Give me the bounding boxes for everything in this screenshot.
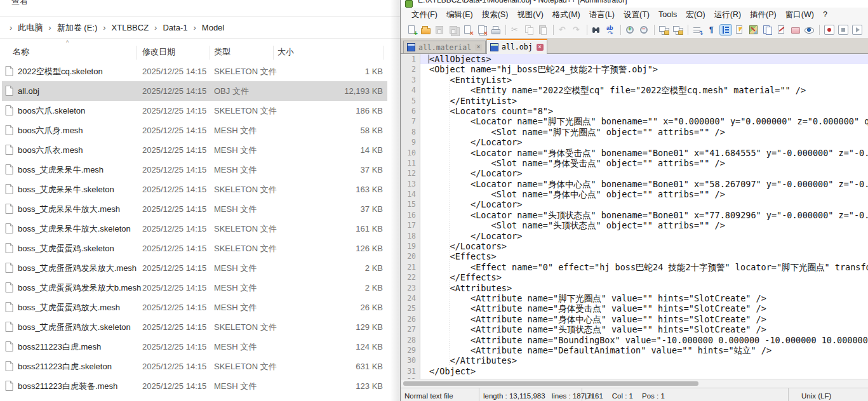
menu-item[interactable]: 视图(V) bbox=[512, 10, 548, 20]
sort-ascending-icon[interactable]: ^ bbox=[66, 39, 69, 46]
code-line[interactable]: 17 <Slot name="头顶状态点" object="" attribs=… bbox=[401, 220, 868, 230]
code-line[interactable]: 19 </Locators> bbox=[401, 241, 868, 251]
code-text[interactable]: <Slot name="脚下光圈点" object="" attribs="" … bbox=[420, 127, 868, 137]
code-text[interactable]: <Locator name="脚下光圈点" bonename="" x="0.0… bbox=[420, 116, 868, 126]
code-line[interactable]: 31 </Object> bbox=[401, 366, 868, 376]
menu-item[interactable]: 设置(T) bbox=[619, 10, 654, 20]
code-line[interactable]: 28 <Attribute name="BoundingBox" value="… bbox=[401, 335, 868, 345]
code-line[interactable]: 23 <Attributes> bbox=[401, 283, 868, 293]
code-line[interactable]: 29 <Attribute name="DefaultAnimation" va… bbox=[401, 345, 868, 355]
code-text[interactable]: <Attribute name="BoundingBox" value="-10… bbox=[420, 335, 868, 345]
code-text[interactable]: <Attribute name="头顶状态点" value="" hints="… bbox=[420, 324, 868, 334]
find-icon[interactable] bbox=[591, 25, 603, 35]
code-line[interactable]: 13 <Locator name="身体中心点" bonename="Bone0… bbox=[401, 179, 868, 189]
editor-tab[interactable]: all.obj × bbox=[486, 39, 547, 54]
code-text[interactable]: <Attribute name="身体受击点" value="" hints="… bbox=[420, 303, 868, 313]
column-header-size[interactable]: 大小 bbox=[277, 46, 294, 58]
column-header-type[interactable]: 类型 bbox=[214, 46, 230, 58]
file-monitoring-icon[interactable] bbox=[804, 25, 815, 35]
document-list-icon[interactable] bbox=[762, 25, 773, 35]
code-text[interactable]: <Attribute name="DefaultAnimation" value… bbox=[420, 345, 868, 355]
file-row[interactable]: boss211223白虎.mesh 2025/12/25 14:15 MESH … bbox=[2, 337, 387, 357]
code-text[interactable]: </Attributes> bbox=[420, 355, 868, 365]
file-row[interactable]: boss_艾虎呆呆牛.mesh 2025/12/25 14:15 MESH 文件… bbox=[2, 160, 387, 180]
close-icon[interactable] bbox=[462, 25, 474, 35]
breadcrumb-item[interactable]: ›XTLBBCZ bbox=[97, 23, 149, 32]
code-text[interactable]: </Locator> bbox=[420, 168, 868, 178]
file-row[interactable]: 2022空模型cq.skeleton 2025/12/25 14:15 SKEL… bbox=[2, 62, 387, 81]
save-all-icon[interactable] bbox=[448, 25, 460, 35]
code-line[interactable]: 1 <AllObjects> bbox=[401, 54, 868, 64]
file-name[interactable]: boss_艾虎呆呆牛放大.mesh bbox=[18, 199, 120, 219]
file-name[interactable]: boss_艾虎蛋蛋鸡发呆放大b.mesh bbox=[18, 278, 141, 298]
sync-vertical-icon[interactable] bbox=[658, 25, 670, 35]
code-text[interactable]: <Attributes> bbox=[420, 283, 868, 293]
column-divider[interactable] bbox=[136, 46, 137, 60]
code-line[interactable]: 3 <EntityList> bbox=[401, 75, 868, 85]
code-line[interactable]: 21 <Effect name="0" effect="hj_boss巴蛇24_… bbox=[401, 262, 868, 272]
file-name[interactable]: boss_艾虎呆呆牛放大.skeleton bbox=[18, 219, 131, 239]
word-wrap-icon[interactable] bbox=[692, 25, 704, 35]
code-line[interactable]: 27 <Attribute name="头顶状态点" value="" hint… bbox=[401, 324, 868, 334]
file-name[interactable]: boss_艾虎蛋蛋鸡放大.skeleton bbox=[18, 317, 131, 337]
code-text[interactable]: <Slot name="头顶状态点" object="" attribs="" … bbox=[420, 220, 868, 230]
code-text[interactable]: </Object> bbox=[420, 366, 868, 376]
breadcrumb-item[interactable]: ›此电脑 bbox=[4, 22, 43, 34]
sync-horizontal-icon[interactable] bbox=[672, 25, 684, 35]
code-line[interactable]: 15 </Locator> bbox=[401, 199, 868, 209]
breadcrumb-item[interactable]: ›新加卷 (E:) bbox=[43, 22, 97, 34]
file-row[interactable]: boss_艾虎呆呆牛放大.mesh 2025/12/25 14:15 MESH … bbox=[2, 199, 387, 219]
save-icon[interactable] bbox=[434, 25, 446, 35]
titlebar[interactable]: E:\XTLBBCZ\Data-1\Model\all.obj - Notepa… bbox=[401, 0, 868, 8]
menu-item[interactable]: 编辑(E) bbox=[442, 10, 477, 20]
code-line[interactable]: 5 </EntityList> bbox=[401, 96, 868, 106]
code-text[interactable]: </Locators> bbox=[420, 241, 868, 251]
code-text[interactable]: </Locator> bbox=[420, 137, 868, 147]
show-all-chars-icon[interactable] bbox=[706, 25, 718, 35]
menu-item[interactable]: 搜索(S) bbox=[477, 10, 513, 20]
horizontal-scrollbar[interactable] bbox=[401, 379, 868, 388]
code-line[interactable]: 12 </Locator> bbox=[401, 168, 868, 178]
ribbon-tab-view[interactable]: 查看 bbox=[11, 0, 28, 7]
file-row[interactable]: boss_艾虎蛋蛋鸡放大.mesh 2025/12/25 14:15 MESH … bbox=[2, 298, 387, 317]
code-line[interactable]: 2 <Object name="hj_boss巴蛇24_技能2十字预警.obj"… bbox=[401, 64, 868, 74]
editor-tab[interactable]: all.material × bbox=[403, 41, 486, 53]
column-header-name[interactable]: 名称 bbox=[13, 46, 29, 58]
breadcrumb-item[interactable]: ›Data-1 bbox=[149, 23, 187, 32]
menu-item[interactable]: 文件(F) bbox=[407, 10, 442, 20]
code-text[interactable]: <Locator name="身体受击点" bonename="Bone01" … bbox=[420, 148, 868, 158]
code-text[interactable]: <Locators count="8"> bbox=[420, 106, 868, 116]
menu-item[interactable]: 格式(M) bbox=[548, 10, 585, 20]
file-row[interactable]: boss_艾虎呆呆牛放大.skeleton 2025/12/25 14:15 S… bbox=[2, 219, 387, 239]
code-editor[interactable]: 1 <AllObjects> 2 <Object name="hj_boss巴蛇… bbox=[401, 54, 868, 379]
menu-item[interactable]: 窗口(W) bbox=[781, 10, 818, 20]
menu-item[interactable]: 语言(L) bbox=[585, 10, 619, 20]
code-line[interactable]: 14 <Slot name="身体中心点" object="" attribs=… bbox=[401, 189, 868, 199]
macro-stop-icon[interactable] bbox=[838, 25, 848, 35]
code-line[interactable]: 11 <Slot name="身体受击点" object="" attribs=… bbox=[401, 158, 868, 168]
file-name[interactable]: all.obj bbox=[18, 81, 39, 101]
cut-icon[interactable] bbox=[510, 25, 521, 35]
replace-icon[interactable] bbox=[605, 25, 617, 35]
code-text[interactable]: <Slot name="身体中心点" object="" attribs="" … bbox=[420, 189, 868, 199]
code-line[interactable]: 4 <Entity name="2022空模型cq" file="2022空模型… bbox=[401, 85, 868, 95]
code-line[interactable]: 16 <Locator name="头顶状态点" bonename="Bone0… bbox=[401, 210, 868, 220]
code-text[interactable]: </EntityList> bbox=[420, 96, 868, 106]
file-name[interactable]: boss_艾虎呆呆牛.mesh bbox=[18, 160, 103, 180]
file-row[interactable]: boss_艾虎蛋蛋鸡发呆放大b.mesh 2025/12/25 14:15 ME… bbox=[2, 278, 387, 298]
file-name[interactable]: boos六爪.skeleton bbox=[18, 101, 85, 121]
code-line[interactable]: 20 <Effects> bbox=[401, 251, 868, 261]
code-text[interactable]: <Locator name="身体中心点" bonename="Bone01" … bbox=[420, 179, 868, 189]
menu-item[interactable]: ? bbox=[818, 10, 832, 19]
project-panel-icon[interactable] bbox=[790, 25, 801, 35]
file-row[interactable]: boss211223白虎装备.mesh 2025/12/25 14:15 MES… bbox=[2, 376, 387, 396]
code-text[interactable]: <Object name="hj_boss巴蛇24_技能2十字预警.obj"> bbox=[420, 64, 868, 74]
code-line[interactable]: 8 <Slot name="脚下光圈点" object="" attribs="… bbox=[401, 127, 868, 137]
file-row[interactable]: boss_艾虎呆呆牛.skeleton 2025/12/25 14:15 SKE… bbox=[2, 180, 387, 199]
open-file-icon[interactable] bbox=[420, 25, 432, 35]
menu-item[interactable]: Tools bbox=[654, 10, 681, 19]
file-row[interactable]: boss211223白虎.skeleton 2025/12/25 14:15 S… bbox=[2, 357, 387, 376]
menu-item[interactable]: 运行(R) bbox=[710, 10, 745, 20]
code-line[interactable]: 30 </Attributes> bbox=[401, 355, 868, 365]
close-tab-icon[interactable]: × bbox=[537, 44, 544, 51]
